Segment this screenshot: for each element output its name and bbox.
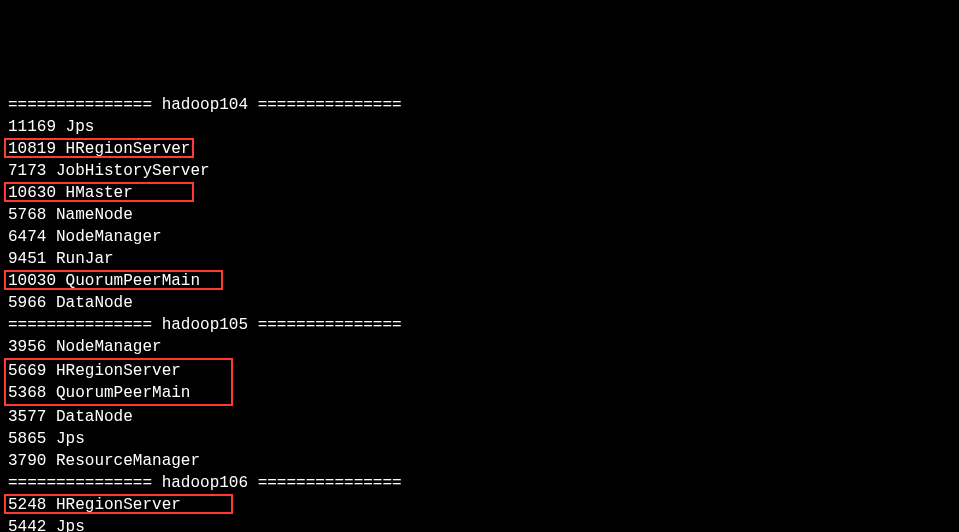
process-line: 5768 NameNode — [8, 204, 951, 226]
process-line: 11169 Jps — [8, 116, 951, 138]
highlighted-process: 10630 HMaster — [4, 182, 194, 202]
host-header: =============== hadoop104 ==============… — [8, 94, 951, 116]
highlighted-process: 5248 HRegionServer — [4, 494, 233, 514]
host-header: =============== hadoop105 ==============… — [8, 314, 951, 336]
process-line: 6474 NodeManager — [8, 226, 951, 248]
terminal-output: =============== hadoop104 ==============… — [8, 94, 951, 532]
process-line: 5865 Jps — [8, 428, 951, 450]
process-line: 3577 DataNode — [8, 406, 951, 428]
process-line: 5966 DataNode — [8, 292, 951, 314]
process-line: 3790 ResourceManager — [8, 450, 951, 472]
highlighted-process-group: 5669 HRegionServer 5368 QuorumPeerMain — [4, 358, 233, 407]
process-line: 5442 Jps — [8, 516, 951, 532]
highlighted-process: 10819 HRegionServer — [4, 138, 194, 158]
process-line: 3956 NodeManager — [8, 336, 951, 358]
process-line: 7173 JobHistoryServer — [8, 160, 951, 182]
host-header: =============== hadoop106 ==============… — [8, 472, 951, 494]
highlighted-process: 10030 QuorumPeerMain — [4, 270, 223, 290]
process-line: 9451 RunJar — [8, 248, 951, 270]
